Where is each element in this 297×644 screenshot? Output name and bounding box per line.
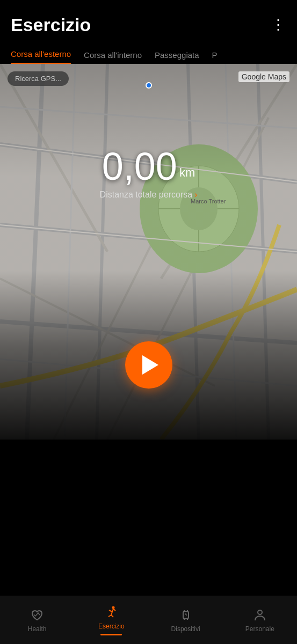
distance-display: 0,00km Distanza totale percorsa› (100, 147, 198, 200)
map-area: Marco Trotter Ricerca GPS... Google Maps… (0, 64, 297, 440)
play-icon (142, 355, 158, 375)
svg-point-25 (112, 606, 115, 609)
person-icon (252, 608, 267, 623)
nav-label-health: Health (28, 625, 47, 633)
tab-corsa-interno[interactable]: Corsa all'interno (84, 50, 142, 64)
runner-icon (104, 605, 119, 620)
nav-label-dispositivi: Dispositivi (171, 625, 200, 633)
google-maps-attribution: Google Maps (238, 71, 289, 82)
gps-search-button[interactable]: Ricerca GPS... (8, 71, 69, 86)
svg-line-29 (108, 615, 111, 617)
nav-label-personale: Personale (245, 625, 274, 633)
nav-item-esercizio[interactable]: Esercizio (74, 605, 148, 635)
gps-location-dot (146, 82, 152, 89)
svg-line-28 (111, 612, 112, 615)
tab-altro[interactable]: P (212, 50, 218, 64)
nav-item-dispositivi[interactable]: Dispositivi (149, 608, 223, 633)
svg-point-39 (258, 610, 262, 614)
distance-label[interactable]: Distanza totale percorsa› (100, 190, 198, 200)
tab-passeggiata[interactable]: Passeggiata (155, 50, 199, 64)
header: Esercizio ⋮ (0, 0, 297, 40)
svg-line-31 (113, 609, 115, 611)
distance-value: 0,00 (102, 145, 177, 188)
heart-icon (30, 608, 45, 623)
svg-line-27 (109, 610, 112, 612)
nav-item-health[interactable]: Health (0, 608, 74, 633)
tab-bar: Corsa all'esterno Corsa all'interno Pass… (0, 40, 297, 64)
more-options-icon[interactable]: ⋮ (271, 17, 286, 33)
start-workout-button[interactable] (125, 341, 172, 389)
nav-label-esercizio: Esercizio (98, 623, 125, 630)
bottom-navigation: Health Esercizio Dispositivi (0, 596, 297, 644)
tab-corsa-esterno[interactable]: Corsa all'esterno (11, 49, 71, 64)
page-title: Esercizio (11, 14, 91, 35)
nav-item-personale[interactable]: Personale (223, 608, 297, 633)
watch-icon (178, 608, 193, 623)
distance-unit: km (179, 166, 195, 179)
distance-value-container: 0,00km (100, 147, 198, 186)
svg-line-30 (111, 615, 113, 617)
